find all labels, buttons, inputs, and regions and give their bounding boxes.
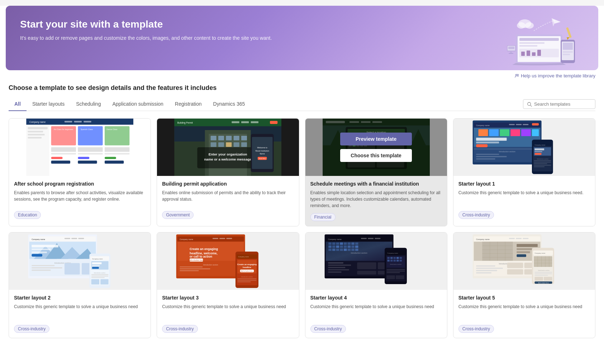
svg-text:Add a button here: Add a button here <box>241 270 253 272</box>
svg-rect-161 <box>65 238 70 239</box>
svg-rect-209 <box>180 270 199 271</box>
svg-rect-274 <box>396 257 399 259</box>
svg-rect-283 <box>386 271 405 272</box>
svg-rect-152 <box>534 160 551 161</box>
template-card-after-school[interactable]: Company name <box>9 118 151 226</box>
svg-rect-80 <box>251 121 258 123</box>
template-card-starter2[interactable]: Company name <box>9 232 151 338</box>
choose-template-button[interactable]: Choose this template <box>340 149 412 162</box>
svg-rect-257 <box>328 262 343 263</box>
svg-text:Introduction section: Introduction section <box>241 276 253 278</box>
search-container[interactable] <box>523 99 595 109</box>
card-tag-after-school[interactable]: Education <box>14 211 41 219</box>
card-thumbnail-starter2: Company name <box>9 233 151 290</box>
svg-rect-229 <box>375 238 380 239</box>
svg-text:headline, welcome,: headline, welcome, <box>190 252 218 255</box>
svg-rect-292 <box>516 238 522 239</box>
svg-rect-124 <box>509 124 515 125</box>
svg-rect-259 <box>328 267 345 268</box>
tabs-bar: All Starter layouts Scheduling Applicati… <box>9 97 595 111</box>
svg-rect-45 <box>51 147 76 152</box>
svg-text:Company name: Company name <box>32 238 45 240</box>
template-card-starter4[interactable]: Company name <box>305 232 447 338</box>
svg-rect-249 <box>332 249 335 251</box>
svg-text:or call to action: or call to action <box>190 255 212 258</box>
preview-template-button[interactable]: Preview template <box>340 133 412 145</box>
svg-rect-228 <box>368 238 374 239</box>
search-input[interactable] <box>534 101 591 107</box>
svg-rect-55 <box>51 157 63 159</box>
template-card-starter3[interactable]: Company name Create an engaging headline… <box>157 232 299 338</box>
card-tag-starter1[interactable]: Cross-industry <box>458 211 494 219</box>
svg-rect-4 <box>519 42 544 44</box>
svg-text:Name: Name <box>260 153 265 155</box>
card-title-starter3: Starter layout 3 <box>162 295 294 301</box>
svg-rect-78 <box>232 121 239 123</box>
tab-dynamics[interactable]: Dynamics 365 <box>208 97 251 111</box>
svg-rect-198 <box>219 238 225 239</box>
svg-rect-155 <box>534 165 551 166</box>
card-title-starter1: Starter layout 1 <box>458 181 590 187</box>
tab-registration[interactable]: Registration <box>169 97 208 111</box>
svg-rect-69 <box>234 136 239 140</box>
svg-rect-279 <box>396 260 399 262</box>
template-card-schedule[interactable]: Select a location January 2024 <box>305 118 447 226</box>
svg-text:Add a button here: Add a button here <box>189 259 204 261</box>
card-tag-starter4[interactable]: Cross-industry <box>310 325 346 333</box>
svg-rect-233 <box>332 243 335 245</box>
svg-rect-222 <box>238 282 251 282</box>
card-tag-building-permit[interactable]: Government <box>162 211 194 219</box>
svg-rect-242 <box>336 245 339 248</box>
template-card-starter5[interactable]: Company name <box>453 232 595 338</box>
template-card-starter1[interactable]: Company name <box>453 118 595 226</box>
svg-rect-37 <box>84 121 91 122</box>
svg-rect-174 <box>32 265 54 266</box>
svg-rect-70 <box>241 136 247 140</box>
svg-rect-248 <box>328 249 332 251</box>
svg-rect-253 <box>347 249 351 251</box>
svg-rect-10 <box>537 50 541 56</box>
card-desc-starter2: Customize this generic template to solve… <box>14 303 146 321</box>
svg-text:Company name: Company name <box>29 121 46 124</box>
tab-application[interactable]: Application submission <box>106 97 169 111</box>
svg-rect-305 <box>517 248 532 250</box>
svg-rect-125 <box>516 124 522 125</box>
svg-rect-177 <box>65 263 80 274</box>
svg-rect-197 <box>213 238 218 239</box>
svg-rect-285 <box>386 275 395 279</box>
svg-rect-231 <box>325 242 392 261</box>
svg-rect-278 <box>393 260 395 262</box>
card-thumbnail-starter1: Company name <box>453 119 595 176</box>
svg-point-29 <box>517 74 518 76</box>
tab-scheduling[interactable]: Scheduling <box>70 97 106 111</box>
card-overlay-schedule: Preview template Choose this template <box>305 119 447 176</box>
main-content: Choose a template to see design details … <box>0 78 604 361</box>
svg-rect-312 <box>476 272 491 273</box>
svg-rect-40 <box>28 131 43 132</box>
people-icon <box>514 73 519 78</box>
svg-rect-154 <box>534 163 547 164</box>
hero-banner: Start your site with a template It's eas… <box>6 6 598 70</box>
svg-rect-306 <box>517 251 530 253</box>
card-tag-starter3[interactable]: Cross-industry <box>162 325 198 333</box>
card-desc-building-permit: Enables online submission of permits and… <box>162 190 294 207</box>
svg-rect-172 <box>32 254 42 257</box>
card-desc-starter4: Customize this generic template to solve… <box>310 303 442 321</box>
card-tag-starter2[interactable]: Cross-industry <box>14 325 49 333</box>
help-link-text: Help us improve the template library <box>521 73 595 78</box>
svg-rect-332 <box>534 277 543 281</box>
card-tag-starter5[interactable]: Cross-industry <box>458 325 494 333</box>
svg-rect-260 <box>328 269 349 270</box>
help-link[interactable]: Help us improve the template library <box>514 73 595 78</box>
tab-all[interactable]: All <box>9 97 27 111</box>
tab-starter[interactable]: Starter layouts <box>27 97 70 111</box>
template-card-building-permit[interactable]: Building Permit Enter your organization … <box>157 118 299 226</box>
card-desc-schedule: Enables simple location selection and ap… <box>310 190 442 209</box>
svg-text:Company name: Company name <box>476 238 490 240</box>
svg-rect-273 <box>393 257 395 259</box>
svg-rect-132 <box>510 129 520 136</box>
svg-rect-130 <box>489 129 499 136</box>
svg-rect-133 <box>521 129 531 136</box>
card-tag-schedule[interactable]: Financial <box>310 213 336 221</box>
svg-rect-199 <box>227 238 232 239</box>
